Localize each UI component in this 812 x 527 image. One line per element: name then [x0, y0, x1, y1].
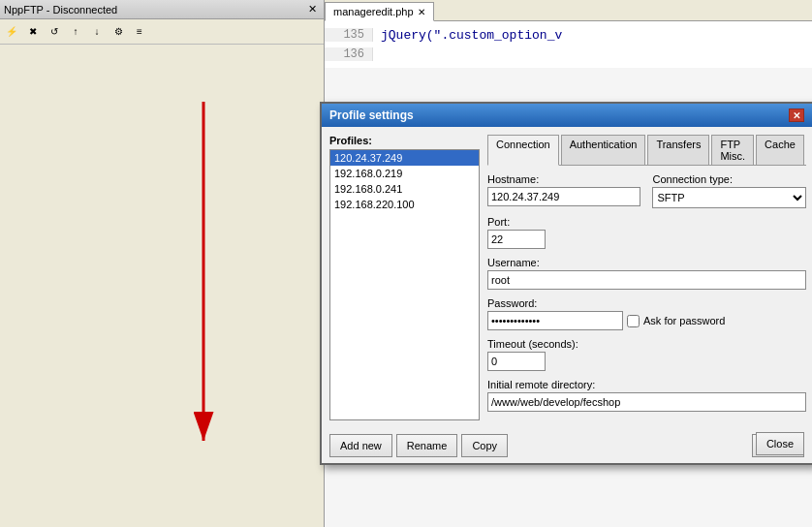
profile-item-2[interactable]: 192.168.0.241	[330, 181, 479, 197]
toolbar-settings-btn[interactable]: ⚙	[109, 22, 128, 42]
remote-dir-input[interactable]	[487, 392, 806, 412]
connection-type-col: Connection type: SFTP FTP FTPS	[652, 173, 805, 208]
timeout-input[interactable]	[487, 352, 546, 371]
tab-connection[interactable]: Connection	[487, 135, 559, 166]
profile-settings-dialog: Profile settings ✕ Profiles: 120.24.37.2…	[320, 102, 812, 465]
settings-tabs: Connection Authentication Transfers FTP …	[487, 135, 806, 166]
password-group: Password: Ask for password	[487, 297, 806, 330]
settings-panel: Connection Authentication Transfers FTP …	[487, 135, 806, 420]
hostname-label: Hostname:	[487, 173, 640, 185]
toolbar-connect-btn[interactable]: ⚡	[2, 22, 21, 42]
editor-tab-bar: manageredit.php ✕	[325, 0, 812, 21]
tab-transfers[interactable]: Transfers	[647, 135, 709, 165]
dialog-title-bar: Profile settings ✕	[322, 104, 812, 127]
hostname-col: Hostname:	[487, 173, 640, 208]
password-row: Ask for password	[487, 311, 806, 330]
username-label: Username:	[487, 257, 806, 268]
ask-for-password-checkbox[interactable]	[627, 315, 640, 327]
tab-close-icon[interactable]: ✕	[418, 7, 425, 17]
port-input[interactable]	[487, 230, 546, 249]
tab-cache[interactable]: Cache	[756, 135, 804, 165]
line-number-136: 136	[325, 47, 373, 61]
username-input[interactable]	[487, 270, 806, 290]
nppftp-title-text: NppFTP - Disconnected	[4, 4, 117, 16]
timeout-label: Timeout (seconds):	[487, 338, 806, 350]
nppftp-panel: NppFTP - Disconnected ✕ ⚡ ✖ ↺ ↑ ↓ ⚙ ≡	[0, 0, 325, 527]
dialog-title-text: Profile settings	[329, 108, 414, 122]
editor-tab-manageredit[interactable]: manageredit.php ✕	[325, 2, 434, 21]
nppftp-title-bar: NppFTP - Disconnected ✕	[0, 0, 324, 19]
copy-button[interactable]: Copy	[461, 434, 508, 457]
toolbar-download-btn[interactable]: ↓	[87, 22, 107, 42]
ask-for-password-label: Ask for password	[643, 315, 725, 326]
toolbar-extra-btn[interactable]: ≡	[130, 22, 149, 42]
line-code-135: jQuery(".custom_option_v	[373, 28, 562, 43]
dialog-footer: Add new Rename Copy Delete Close	[322, 428, 812, 463]
rename-button[interactable]: Rename	[396, 434, 458, 457]
toolbar-refresh-btn[interactable]: ↺	[45, 22, 64, 42]
port-group: Port:	[487, 216, 806, 249]
close-button[interactable]: Close	[756, 432, 804, 455]
toolbar-disconnect-btn[interactable]: ✖	[23, 22, 43, 42]
tab-ftp-misc[interactable]: FTP Misc.	[711, 135, 754, 165]
password-input[interactable]	[487, 311, 623, 330]
profile-item-3[interactable]: 192.168.220.100	[330, 197, 479, 212]
code-line-135: 135 jQuery(".custom_option_v	[325, 25, 812, 45]
profile-item-0[interactable]: 120.24.37.249	[330, 150, 479, 166]
hostname-input[interactable]	[487, 187, 640, 206]
port-label: Port:	[487, 216, 806, 228]
timeout-group: Timeout (seconds):	[487, 338, 806, 371]
nppftp-toolbar: ⚡ ✖ ↺ ↑ ↓ ⚙ ≡	[0, 19, 324, 45]
editor-code-area: 135 jQuery(".custom_option_v 136	[325, 21, 812, 68]
code-line-136: 136	[325, 45, 812, 64]
dialog-body: Profiles: 120.24.37.249 192.168.0.219 19…	[322, 127, 812, 428]
profiles-label: Profiles:	[329, 135, 480, 146]
connection-type-label: Connection type:	[652, 173, 805, 185]
dialog-close-button[interactable]: ✕	[789, 108, 804, 122]
hostname-connection-row: Hostname: Connection type: SFTP FTP FTPS	[487, 173, 806, 208]
profile-item-1[interactable]: 192.168.0.219	[330, 166, 479, 181]
profiles-panel: Profiles: 120.24.37.249 192.168.0.219 19…	[329, 135, 480, 420]
remote-dir-group: Initial remote directory:	[487, 379, 806, 412]
add-new-button[interactable]: Add new	[329, 434, 392, 457]
username-group: Username:	[487, 257, 806, 290]
toolbar-upload-btn[interactable]: ↑	[66, 22, 85, 42]
tab-label: manageredit.php	[333, 6, 414, 17]
line-number-135: 135	[325, 28, 373, 42]
remote-dir-label: Initial remote directory:	[487, 379, 806, 390]
profiles-list[interactable]: 120.24.37.249 192.168.0.219 192.168.0.24…	[329, 149, 480, 420]
password-label: Password:	[487, 297, 806, 309]
nppftp-close-button[interactable]: ✕	[304, 3, 320, 16]
tab-authentication[interactable]: Authentication	[561, 135, 646, 165]
connection-type-select[interactable]: SFTP FTP FTPS	[652, 187, 805, 208]
